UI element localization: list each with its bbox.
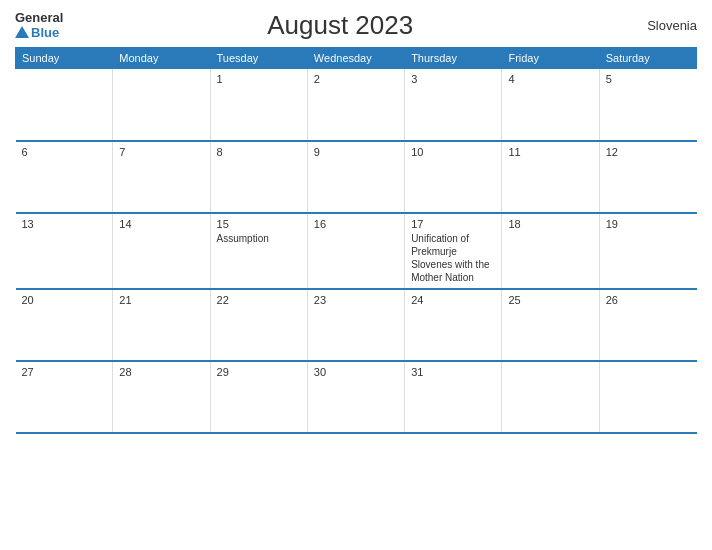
calendar-cell: 17Unification of Prekmurje Slovenes with… bbox=[405, 213, 502, 289]
calendar-cell: 7 bbox=[113, 141, 210, 213]
calendar-cell: 3 bbox=[405, 69, 502, 141]
calendar-cell: 16 bbox=[307, 213, 404, 289]
calendar-cell bbox=[599, 361, 696, 433]
date-number: 12 bbox=[606, 146, 691, 158]
calendar-cell bbox=[113, 69, 210, 141]
date-number: 19 bbox=[606, 218, 691, 230]
calendar-cell: 5 bbox=[599, 69, 696, 141]
logo-blue-row: Blue bbox=[15, 26, 63, 40]
date-number: 25 bbox=[508, 294, 592, 306]
calendar-cell: 15Assumption bbox=[210, 213, 307, 289]
date-number: 31 bbox=[411, 366, 495, 378]
calendar-week-5: 2728293031 bbox=[16, 361, 697, 433]
calendar-week-1: 12345 bbox=[16, 69, 697, 141]
calendar-cell bbox=[16, 69, 113, 141]
event-label: Assumption bbox=[217, 232, 301, 245]
col-wednesday: Wednesday bbox=[307, 48, 404, 69]
date-number: 15 bbox=[217, 218, 301, 230]
calendar-cell: 23 bbox=[307, 289, 404, 361]
calendar-cell: 30 bbox=[307, 361, 404, 433]
calendar-week-2: 6789101112 bbox=[16, 141, 697, 213]
calendar-cell: 29 bbox=[210, 361, 307, 433]
date-number: 24 bbox=[411, 294, 495, 306]
logo: General Blue bbox=[15, 11, 63, 40]
calendar-cell: 19 bbox=[599, 213, 696, 289]
calendar-table: Sunday Monday Tuesday Wednesday Thursday… bbox=[15, 47, 697, 434]
date-number: 1 bbox=[217, 73, 301, 85]
date-number: 30 bbox=[314, 366, 398, 378]
date-number: 13 bbox=[22, 218, 107, 230]
calendar-cell: 12 bbox=[599, 141, 696, 213]
logo-blue-text: Blue bbox=[31, 26, 59, 40]
date-number: 14 bbox=[119, 218, 203, 230]
calendar-cell: 14 bbox=[113, 213, 210, 289]
date-number: 9 bbox=[314, 146, 398, 158]
col-tuesday: Tuesday bbox=[210, 48, 307, 69]
col-thursday: Thursday bbox=[405, 48, 502, 69]
calendar-cell: 13 bbox=[16, 213, 113, 289]
calendar-cell: 9 bbox=[307, 141, 404, 213]
date-number: 4 bbox=[508, 73, 592, 85]
calendar-cell: 11 bbox=[502, 141, 599, 213]
calendar-week-3: 131415Assumption1617Unification of Prekm… bbox=[16, 213, 697, 289]
date-number: 20 bbox=[22, 294, 107, 306]
calendar-cell: 10 bbox=[405, 141, 502, 213]
date-number: 11 bbox=[508, 146, 592, 158]
logo-general-text: General bbox=[15, 11, 63, 25]
date-number: 18 bbox=[508, 218, 592, 230]
calendar-cell: 28 bbox=[113, 361, 210, 433]
date-number: 2 bbox=[314, 73, 398, 85]
month-title: August 2023 bbox=[63, 10, 617, 41]
date-number: 26 bbox=[606, 294, 691, 306]
date-number: 7 bbox=[119, 146, 203, 158]
calendar-cell: 25 bbox=[502, 289, 599, 361]
calendar-cell: 2 bbox=[307, 69, 404, 141]
calendar-cell: 26 bbox=[599, 289, 696, 361]
date-number: 16 bbox=[314, 218, 398, 230]
calendar-cell: 22 bbox=[210, 289, 307, 361]
calendar-cell: 27 bbox=[16, 361, 113, 433]
calendar-cell: 8 bbox=[210, 141, 307, 213]
country-label: Slovenia bbox=[617, 18, 697, 33]
date-number: 17 bbox=[411, 218, 495, 230]
calendar-cell: 31 bbox=[405, 361, 502, 433]
calendar-cell: 4 bbox=[502, 69, 599, 141]
col-monday: Monday bbox=[113, 48, 210, 69]
date-number: 21 bbox=[119, 294, 203, 306]
date-number: 28 bbox=[119, 366, 203, 378]
col-friday: Friday bbox=[502, 48, 599, 69]
date-number: 5 bbox=[606, 73, 691, 85]
date-number: 22 bbox=[217, 294, 301, 306]
date-number: 10 bbox=[411, 146, 495, 158]
calendar-header-row: Sunday Monday Tuesday Wednesday Thursday… bbox=[16, 48, 697, 69]
date-number: 6 bbox=[22, 146, 107, 158]
calendar-week-4: 20212223242526 bbox=[16, 289, 697, 361]
header: General Blue August 2023 Slovenia bbox=[15, 10, 697, 41]
date-number: 23 bbox=[314, 294, 398, 306]
calendar-cell: 21 bbox=[113, 289, 210, 361]
calendar-cell: 1 bbox=[210, 69, 307, 141]
date-number: 27 bbox=[22, 366, 107, 378]
calendar-cell bbox=[502, 361, 599, 433]
date-number: 8 bbox=[217, 146, 301, 158]
calendar-page: General Blue August 2023 Slovenia Sunday… bbox=[0, 0, 712, 550]
date-number: 3 bbox=[411, 73, 495, 85]
calendar-cell: 20 bbox=[16, 289, 113, 361]
calendar-cell: 18 bbox=[502, 213, 599, 289]
calendar-cell: 6 bbox=[16, 141, 113, 213]
col-sunday: Sunday bbox=[16, 48, 113, 69]
logo-triangle-icon bbox=[15, 26, 29, 38]
event-label: Unification of Prekmurje Slovenes with t… bbox=[411, 232, 495, 284]
calendar-cell: 24 bbox=[405, 289, 502, 361]
col-saturday: Saturday bbox=[599, 48, 696, 69]
date-number: 29 bbox=[217, 366, 301, 378]
